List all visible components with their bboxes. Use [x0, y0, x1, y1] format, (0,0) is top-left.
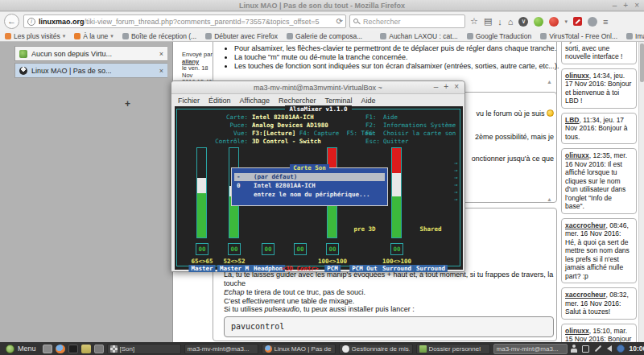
taskbar-window-terminal-2-active[interactable]: ma3-mv-mint@ma3... [493, 344, 568, 354]
clipboard-tray-icon[interactable] [582, 345, 589, 353]
taskbar-window-terminal-1[interactable]: ma3-mv-mint@ma3... [184, 344, 258, 354]
virtualbox-terminal-window: ma3-mv-mint@ma3mvmint-VirtualBox ~ – + ×… [171, 80, 465, 272]
files-launcher-icon[interactable] [81, 345, 91, 353]
switch-pcm[interactable]: 00 [326, 243, 339, 255]
tab-aucun-son[interactable]: Aucun son depuis Virtu... × [14, 46, 167, 61]
taskbar-window-update-manager[interactable]: Gestionnaire de mis... [339, 344, 413, 354]
switch-surround[interactable]: 00 [390, 243, 403, 255]
search-input[interactable]: Rechercher [349, 14, 465, 28]
ghostery-icon[interactable] [588, 17, 597, 27]
downloads-icon[interactable]: ↓ [497, 17, 502, 27]
value-surround: 100<>100 [382, 258, 411, 265]
taskbar-window-firefox[interactable]: Linux MAO | Pas de ... [262, 344, 336, 354]
mint-menu-button[interactable]: Menu [2, 343, 39, 354]
alsamixer-frame: AlsaMixer v1.1.0 Carte: Intel 82801AA-IC… [176, 109, 460, 266]
label-master-mono[interactable]: Master M [217, 265, 251, 272]
bookmark-virustotal[interactable]: VirusTotal - Free Onl... [540, 32, 617, 40]
dialog-item-enter-device[interactable]: entrez le nom du périphérique... [234, 191, 385, 199]
globe-icon [540, 33, 547, 39]
dialog-item-default[interactable]: -(par défaut) [234, 173, 385, 181]
back-button[interactable]: ← [4, 14, 19, 29]
screenshot-launcher-icon[interactable] [94, 345, 104, 353]
switch-master-mono[interactable]: 00 [228, 243, 241, 255]
shout-user-link[interactable]: xaccrocheur [565, 291, 606, 299]
switch-headphone[interactable]: 00 [262, 243, 275, 255]
label-pcm[interactable]: PCM [324, 265, 341, 272]
bookmark-star-icon[interactable]: ☆ [470, 16, 478, 27]
tab-linux-mao[interactable]: Linux MAO | Pas de so... × [14, 63, 167, 78]
new-tab-button[interactable]: + [125, 98, 130, 109]
volume-bar-master[interactable] [196, 147, 207, 238]
shout-user-link[interactable]: LBD [565, 116, 579, 124]
hamburger-menu-icon[interactable]: ≡ [603, 17, 608, 27]
scrollbar-thumb[interactable] [640, 43, 644, 82]
label-3d-control-selected[interactable]: <3D Contr> [279, 265, 320, 272]
user-applet-icon[interactable] [571, 345, 577, 353]
label-master[interactable]: Master [188, 265, 215, 272]
post2-fragment: onctionner jusqu'à ce que [472, 155, 554, 163]
close-icon[interactable]: × [634, 2, 639, 10]
maximize-icon[interactable]: + [623, 2, 628, 10]
label-surround-2[interactable]: Surround [414, 265, 448, 272]
scroll-top-icon[interactable]: ▲ [547, 79, 552, 85]
pen-tray-icon[interactable] [594, 345, 601, 352]
close-icon[interactable]: × [454, 82, 459, 91]
globe-icon [205, 33, 212, 39]
bookmark-auchan[interactable]: Auchan LAXOU : cat... [380, 32, 458, 40]
volume-bar-surround[interactable] [391, 147, 402, 238]
search-placeholder: Rechercher [363, 18, 401, 26]
shout-user-link[interactable]: olinuxx [565, 327, 589, 335]
adblock-icon[interactable] [534, 17, 543, 27]
switch-3d-control[interactable]: 00 [294, 243, 307, 255]
menu-edition[interactable]: Édition [208, 97, 231, 105]
terminal-titlebar[interactable]: ma3-mv-mint@ma3mvmint-VirtualBox ~ – + × [171, 81, 464, 94]
switch-master[interactable]: 00 [196, 243, 208, 255]
bookmark-imagilive[interactable]: ImagiLIVE - Héberg... [626, 32, 644, 40]
dialog-item-intel[interactable]: 0Intel 82801AA-ICH [234, 182, 385, 190]
menu-fichier[interactable]: Fichier [178, 97, 200, 105]
update-manager-tray-icon[interactable] [617, 345, 625, 353]
home-icon[interactable]: ⌂ [508, 17, 514, 27]
pocket-icon[interactable]: ∨ [518, 17, 528, 27]
menu-rechercher[interactable]: Rechercher [279, 97, 316, 105]
abp-caret-icon[interactable]: ▾ [564, 19, 568, 25]
url-bar[interactable]: i linuxmao.org/tiki-view_forum_thread.ph… [23, 14, 346, 28]
show-desktop-icon[interactable] [43, 345, 52, 353]
bookmark-inbox[interactable]: Boîte de réception (... [122, 32, 196, 40]
shout-post: olinuxx, 12:35, mer. 16 Nov 2016: Il est… [561, 148, 637, 214]
menu-aide[interactable]: Aide [361, 97, 375, 105]
post3-paragraphs: Là, tu te laisses guider avec les manip'… [224, 270, 555, 306]
label-pcm-out[interactable]: PCM Out [349, 265, 380, 272]
menu-terminal[interactable]: Terminal [324, 97, 352, 105]
bookmark-getting-started[interactable]: Débuter avec Firefox [205, 32, 278, 40]
firefox-launcher-icon[interactable] [56, 345, 65, 353]
terminal-launcher-icon[interactable] [68, 345, 78, 353]
value-master: 65<>65 [191, 258, 213, 265]
page-info-icon[interactable]: i [27, 18, 35, 26]
minimize-icon[interactable]: – [613, 2, 617, 10]
tab-close-icon[interactable]: × [159, 50, 163, 58]
reload-icon[interactable]: ⟳ [334, 17, 343, 26]
volume-tray-icon[interactable] [607, 345, 612, 352]
reading-list-icon[interactable]: ▤ [484, 16, 492, 27]
taskbar-window-son[interactable]: [Son] [107, 344, 181, 354]
bookmark-a-la-une[interactable]: À la une▾ [74, 32, 114, 40]
shout-user-link[interactable]: olinuxx [565, 72, 589, 80]
scroll-top-icon[interactable]: ▲ [547, 196, 552, 202]
minimize-icon[interactable]: – [434, 82, 439, 91]
clock[interactable]: 10:06 [630, 345, 644, 353]
label-surround[interactable]: Surround [380, 265, 414, 272]
shout-user-link[interactable]: xaccrocheur [565, 221, 606, 229]
maximize-icon[interactable]: + [444, 82, 448, 91]
page-scrollbar[interactable] [638, 42, 644, 342]
alsamixer-screen: AlsaMixer v1.1.0 Carte: Intel 82801AA-IC… [175, 106, 463, 270]
taskbar-window-home-folder[interactable]: Dossier personnel [416, 344, 490, 354]
bookmark-galerie[interactable]: Galerie de composa... [287, 32, 362, 40]
shout-user-link[interactable]: olinuxx [565, 151, 589, 159]
bookmark-google-traduction[interactable]: Google Traduction [467, 32, 531, 40]
abp-icon[interactable] [549, 17, 559, 27]
noscript-icon[interactable] [573, 17, 582, 26]
menu-affichage[interactable]: Affichage [240, 97, 270, 105]
tab-close-icon[interactable]: × [159, 67, 163, 75]
bookmark-most-visited[interactable]: Les plus visités▾ [5, 32, 65, 40]
